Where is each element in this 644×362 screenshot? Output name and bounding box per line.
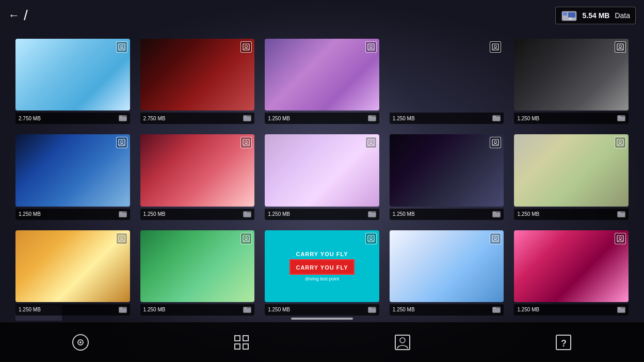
size-text-2: 2.750 MB: [143, 116, 166, 121]
size-icon-1: [119, 115, 127, 121]
size-icon-10: [617, 211, 625, 217]
song-card-2[interactable]: 2.750 MB: [140, 39, 255, 124]
song-card-5[interactable]: 1.250 MB: [514, 39, 629, 124]
size-icon-7: [243, 211, 251, 217]
header-left: ← /: [8, 8, 28, 23]
question-icon: ?: [554, 333, 573, 352]
song-card-8[interactable]: 1.250 MB: [265, 134, 379, 219]
size-bar-5: 1.250 MB: [514, 113, 629, 124]
svg-rect-55: [368, 307, 372, 309]
carry-subtitle: driving test point: [305, 276, 339, 281]
size-text-13: 1.250 MB: [268, 307, 290, 312]
song-thumbnail-6: [15, 134, 130, 206]
svg-rect-69: [235, 344, 240, 349]
thumb-icon-10: [615, 137, 626, 148]
svg-rect-39: [493, 212, 496, 213]
svg-point-53: [369, 237, 372, 239]
size-icon-14: [492, 307, 501, 313]
size-bar-11: 1.250 MB: [15, 304, 130, 316]
thumb-icon-2: [240, 41, 252, 53]
svg-text:SD: SD: [569, 17, 572, 20]
song-card-9[interactable]: 1.250 MB: [390, 134, 504, 219]
song-card-4[interactable]: 1.250 MB: [390, 39, 504, 124]
thumb-icon-13: [365, 233, 377, 244]
size-bar-8: 1.250 MB: [265, 209, 379, 220]
svg-rect-46: [119, 308, 126, 312]
song-card-15[interactable]: 1.250 MB: [514, 230, 629, 316]
size-text-8: 1.250 MB: [268, 211, 290, 217]
carry-red-banner: CARRY YOU FLY: [289, 259, 354, 275]
size-text-7: 1.250 MB: [143, 211, 166, 217]
size-icon-13: [368, 307, 376, 313]
svg-rect-63: [618, 307, 621, 309]
svg-rect-15: [368, 116, 372, 117]
song-thumbnail-1: [15, 39, 130, 111]
svg-rect-23: [618, 116, 621, 117]
size-icon-11: [119, 307, 127, 313]
svg-rect-7: [119, 116, 122, 117]
svg-rect-68: [243, 336, 248, 341]
size-icon-9: [492, 211, 501, 217]
size-bar-4: 1.250 MB: [390, 113, 504, 124]
song-card-13[interactable]: CARRY YOU FLY CARRY YOU FLY driving test…: [265, 230, 379, 316]
song-card-7[interactable]: 1.250 MB: [140, 134, 255, 219]
svg-point-21: [619, 45, 622, 48]
thumb-icon-14: [490, 233, 501, 244]
svg-point-33: [369, 141, 372, 144]
song-card-1[interactable]: 2.750 MB: [15, 39, 130, 124]
song-card-12[interactable]: 1.250 MB: [140, 230, 255, 316]
svg-point-37: [494, 141, 497, 144]
size-text-9: 1.250 MB: [393, 211, 415, 217]
back-button[interactable]: ←: [8, 10, 20, 21]
nav-person[interactable]: [383, 329, 422, 356]
song-thumbnail-10: [514, 134, 629, 206]
song-thumbnail-11: [15, 230, 130, 302]
song-thumbnail-8: [265, 134, 379, 206]
song-card-6[interactable]: 1.250 MB: [15, 134, 130, 219]
size-bar-10: 1.250 MB: [514, 209, 629, 220]
carry-main-text: CARRY YOU FLY: [296, 264, 348, 271]
size-icon-3: [368, 115, 376, 121]
svg-point-57: [494, 237, 497, 239]
song-thumbnail-15: [514, 230, 629, 302]
song-thumbnail-13: CARRY YOU FLY CARRY YOU FLY driving test…: [265, 230, 379, 302]
size-bar-9: 1.250 MB: [390, 209, 504, 220]
nav-question[interactable]: ?: [544, 329, 583, 356]
song-card-3[interactable]: 1.250 MB: [265, 39, 379, 124]
song-card-10[interactable]: 1.250 MB: [514, 134, 629, 219]
size-bar-14: 1.250 MB: [390, 304, 504, 316]
svg-point-13: [369, 45, 372, 48]
song-thumbnail-5: [514, 39, 629, 111]
size-text-12: 1.250 MB: [143, 307, 166, 312]
svg-point-41: [619, 141, 622, 144]
size-bar-1: 2.750 MB: [15, 113, 130, 124]
song-card-14[interactable]: 1.250 MB: [390, 230, 504, 316]
song-thumbnail-2: [140, 39, 255, 111]
size-bar-12: 1.250 MB: [140, 304, 255, 316]
svg-rect-11: [244, 116, 247, 117]
svg-rect-10: [244, 117, 251, 121]
size-bar-13: 1.250 MB: [265, 304, 379, 316]
size-icon-12: [243, 307, 251, 313]
song-grid: 2.750 MB 2.750 MB: [0, 34, 644, 321]
grid-icon: [232, 333, 251, 352]
nav-disc[interactable]: [61, 329, 100, 356]
svg-rect-26: [119, 213, 126, 217]
size-bar-15: 1.250 MB: [514, 304, 629, 316]
storage-size: 5.54 MB: [583, 11, 610, 20]
disc-icon: [71, 333, 90, 352]
size-bar-7: 1.250 MB: [140, 209, 255, 220]
thumb-icon-15: [615, 233, 626, 244]
svg-rect-62: [618, 308, 625, 312]
svg-rect-18: [493, 117, 500, 121]
svg-rect-43: [618, 212, 621, 213]
size-text-14: 1.250 MB: [393, 307, 415, 312]
svg-rect-6: [119, 117, 126, 121]
svg-rect-22: [618, 117, 625, 121]
scroll-indicator: [291, 318, 353, 320]
size-icon-6: [119, 211, 127, 217]
size-icon-15: [617, 307, 625, 313]
svg-point-5: [120, 45, 123, 48]
nav-grid[interactable]: [222, 329, 261, 356]
song-card-11[interactable]: 1.250 MB: [15, 230, 130, 316]
